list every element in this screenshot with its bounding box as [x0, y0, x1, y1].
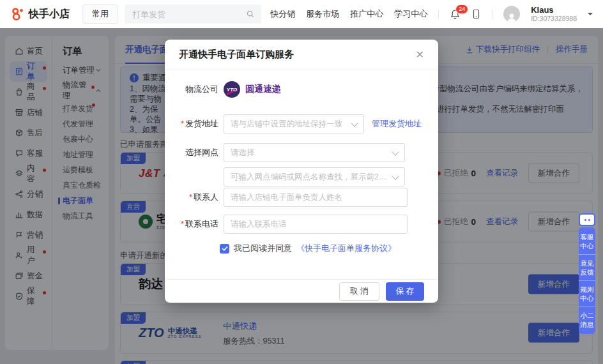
top-header: 快手小店 常用 快分销 服务市场 推广中心 学习中心 24 [0, 0, 603, 28]
quick-menu-button[interactable]: 常用 [82, 4, 118, 24]
floating-helper-panel: 客服中心 意见反馈 规则中心 小二消息 [579, 213, 595, 334]
agreement-text: 我已阅读并同意 [234, 243, 292, 254]
float-item-xiaoer-message[interactable]: 小二消息 [579, 307, 595, 333]
chevron-down-icon [351, 119, 358, 126]
outlet-select[interactable]: 请选择 [224, 143, 405, 162]
nav-promotion-center[interactable]: 推广中心 [350, 8, 383, 20]
user-info[interactable]: Klaus ID:3073328988 [531, 6, 577, 23]
contact-label: *联系人 [165, 192, 218, 203]
nav-learning-center[interactable]: 学习中心 [394, 8, 427, 20]
nav-kuaifenxiao[interactable]: 快分销 [270, 8, 295, 20]
close-icon[interactable]: ✕ [416, 50, 424, 60]
header-divider [492, 10, 492, 19]
assistant-icon[interactable] [579, 213, 595, 226]
kuaishou-logo [10, 7, 24, 21]
avatar[interactable] [503, 6, 520, 22]
manage-address-link[interactable]: 管理发货地址 [372, 118, 422, 130]
notification-bell-icon[interactable]: 24 [450, 9, 461, 20]
user-name: Klaus [531, 6, 577, 15]
cancel-button[interactable]: 取 消 [339, 282, 379, 301]
agreement-link[interactable]: 《快手电子面单服务协议》 [296, 243, 396, 254]
search-input[interactable] [131, 9, 246, 20]
float-item-feedback[interactable]: 意见反馈 [579, 254, 595, 280]
float-item-rules-center[interactable]: 规则中心 [579, 280, 595, 307]
yto-logo: YTO [224, 81, 240, 98]
notification-count-badge: 24 [455, 4, 468, 14]
open-ewaybill-modal: 开通快手电子面单订购服务 ✕ 物流公司 YTO 圆通速递 *发货地址 请与店铺中… [165, 40, 438, 303]
nav-service-market[interactable]: 服务市场 [306, 8, 339, 20]
logistics-company-value: 圆通速递 [245, 84, 281, 95]
modal-title: 开通快手电子面单订购服务 [179, 49, 294, 61]
ship-address-label: *发货地址 [165, 118, 218, 130]
outlet-search-select[interactable]: 可输入网点编码或网点名称查找，展示前200个搜索结... [224, 167, 405, 186]
logistics-company-label: 物流公司 [165, 84, 218, 95]
global-search[interactable] [125, 4, 261, 24]
ship-address-select[interactable]: 请与店铺中设置的地址保持一致 [224, 114, 364, 133]
user-id: ID:3073328988 [531, 15, 577, 22]
header-divider [438, 10, 439, 19]
phone-input[interactable] [224, 215, 408, 234]
mobile-app-icon[interactable] [471, 9, 481, 19]
app-title: 快手小店 [29, 8, 70, 21]
select-outlet-label: 选择网点 [165, 147, 218, 158]
contact-input[interactable] [224, 188, 408, 207]
save-button[interactable]: 保 存 [386, 282, 424, 301]
search-icon[interactable] [246, 10, 255, 19]
float-item-customer-service[interactable]: 客服中心 [579, 229, 595, 254]
phone-label: *联系电话 [165, 218, 218, 230]
chevron-down-icon[interactable] [588, 13, 593, 18]
agreement-checkbox[interactable] [220, 244, 229, 254]
chevron-down-icon [392, 172, 399, 179]
chevron-down-icon [392, 148, 399, 155]
